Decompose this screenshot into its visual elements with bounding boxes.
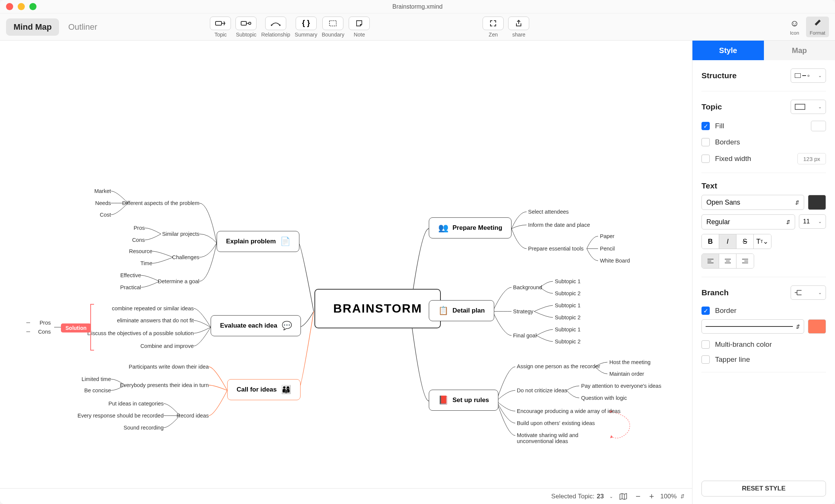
- fixed-width-input[interactable]: [797, 153, 826, 164]
- checkbox-multi-branch[interactable]: [701, 340, 710, 349]
- line-width-select[interactable]: ⇵: [701, 319, 804, 334]
- maximize-icon[interactable]: [29, 3, 36, 10]
- list-item[interactable]: Subtopic 1: [555, 326, 581, 332]
- list-item[interactable]: Resource: [129, 248, 152, 254]
- list-item[interactable]: Participants write down their idea: [129, 364, 209, 370]
- list-item[interactable]: Do not criticize ideas: [517, 387, 567, 393]
- list-item[interactable]: Discuss the objectives of a possible sol…: [87, 330, 194, 336]
- list-item[interactable]: Select attendees: [528, 209, 569, 215]
- canvas[interactable]: BRAINSTORM 👥Prepare Meeting Select atten…: [0, 41, 692, 504]
- node-detail-plan[interactable]: 📋Detail plan: [429, 300, 494, 321]
- list-item[interactable]: Similar projects: [162, 231, 199, 237]
- list-item[interactable]: Limited time: [82, 376, 111, 382]
- list-item[interactable]: Prepare essential tools: [528, 246, 584, 252]
- list-item[interactable]: Subtopic 1: [555, 278, 581, 284]
- list-item[interactable]: Different aspects of the problem: [122, 200, 199, 206]
- branch-style-dropdown[interactable]: ⌄: [791, 285, 826, 300]
- selected-topics[interactable]: Selected Topic: 23 ⌄: [551, 493, 613, 500]
- zoom-out-button[interactable]: −: [633, 492, 643, 501]
- font-family-select[interactable]: Open Sans⇵: [701, 195, 804, 210]
- border-color-swatch[interactable]: [808, 319, 826, 334]
- list-item[interactable]: Pros: [39, 320, 51, 326]
- close-icon[interactable]: [6, 3, 13, 10]
- align-right-button[interactable]: [736, 254, 754, 268]
- tool-subtopic[interactable]: Subtopic: [235, 17, 257, 38]
- tool-share[interactable]: share: [508, 17, 529, 38]
- node-explain-problem[interactable]: Explain problem📄: [217, 231, 299, 252]
- list-item[interactable]: Host the meeting: [609, 359, 651, 365]
- list-item[interactable]: Background: [513, 284, 542, 290]
- zoom-in-button[interactable]: +: [647, 492, 657, 501]
- node-call-for-ideas[interactable]: Call for ideas👨‍👩‍👦: [227, 379, 301, 400]
- tool-note[interactable]: Note: [349, 17, 370, 38]
- list-item[interactable]: White Board: [600, 258, 630, 264]
- list-item[interactable]: Time: [140, 260, 152, 266]
- tab-map[interactable]: Map: [764, 41, 835, 60]
- bold-button[interactable]: B: [702, 234, 719, 249]
- font-size-select[interactable]: 11⌄: [799, 214, 826, 229]
- list-item[interactable]: Pencil: [600, 246, 615, 252]
- font-weight-select[interactable]: Regular⇵: [701, 214, 795, 229]
- tool-format[interactable]: Format: [806, 17, 829, 37]
- list-item[interactable]: Question with logic: [581, 395, 627, 401]
- list-item[interactable]: Strategy: [513, 308, 533, 314]
- text-color-swatch[interactable]: [808, 195, 826, 210]
- tool-relationship[interactable]: Relationship: [261, 17, 290, 38]
- align-center-button[interactable]: [719, 254, 736, 268]
- align-left-button[interactable]: [702, 254, 719, 268]
- list-item[interactable]: Maintain order: [609, 371, 644, 377]
- strike-button[interactable]: S: [736, 234, 754, 249]
- text-case-button[interactable]: TT ⌄: [754, 234, 771, 249]
- list-item[interactable]: Effective: [120, 272, 141, 278]
- node-central[interactable]: BRAINSTORM: [314, 289, 441, 328]
- tool-topic[interactable]: Topic: [210, 17, 231, 38]
- node-set-up-rules[interactable]: 📕Set up rules: [429, 390, 498, 411]
- checkbox-fill[interactable]: ✓: [701, 122, 710, 130]
- fill-color-swatch[interactable]: [811, 121, 826, 131]
- list-item[interactable]: Assign one person as the recorder: [517, 363, 600, 369]
- tag-solution[interactable]: Solution: [61, 323, 91, 332]
- list-item[interactable]: Subtopic 2: [555, 290, 581, 296]
- list-item[interactable]: Needs: [95, 200, 111, 206]
- list-item[interactable]: Every response should be recorded: [77, 413, 164, 419]
- list-item[interactable]: Pros: [134, 225, 145, 231]
- list-item[interactable]: Paper: [600, 233, 615, 239]
- structure-dropdown[interactable]: ⌄: [791, 68, 826, 83]
- list-item[interactable]: Record ideas: [177, 413, 209, 419]
- list-item[interactable]: Combine and improve: [140, 343, 194, 349]
- list-item[interactable]: Everybody presents their idea in turn: [120, 382, 209, 388]
- node-evaluate[interactable]: Evaluate each idea💬: [211, 315, 301, 336]
- list-item[interactable]: Encourage producing a wide array of idea…: [517, 408, 621, 414]
- list-item[interactable]: Subtopic 2: [555, 314, 581, 320]
- checkbox-border[interactable]: ✓: [701, 307, 710, 315]
- list-item[interactable]: Cost: [100, 212, 111, 218]
- italic-button[interactable]: I: [719, 234, 736, 249]
- checkbox-fixed-width[interactable]: [701, 155, 710, 163]
- zoom-level[interactable]: 100%: [660, 493, 677, 500]
- tool-summary[interactable]: { }Summary: [295, 17, 317, 38]
- list-item[interactable]: Cons: [38, 329, 51, 335]
- topic-shape-dropdown[interactable]: ⌄: [791, 100, 826, 114]
- node-prepare-meeting[interactable]: 👥Prepare Meeting: [429, 217, 512, 238]
- list-item[interactable]: Inform the date and place: [528, 222, 590, 228]
- reset-style-button[interactable]: RESET STYLE: [701, 481, 826, 496]
- list-item[interactable]: Cons: [132, 237, 145, 243]
- list-item[interactable]: Market: [94, 188, 111, 194]
- list-item[interactable]: Determine a goal: [158, 278, 199, 284]
- list-item[interactable]: Build upon others' existing ideas: [517, 420, 595, 426]
- list-item[interactable]: Be concise: [84, 387, 111, 393]
- list-item[interactable]: combine repeated or similar ideas: [112, 305, 194, 311]
- list-item[interactable]: Pay attention to everyone's ideas: [581, 383, 661, 389]
- list-item[interactable]: Sound recording: [124, 425, 164, 431]
- map-overview-icon[interactable]: [619, 493, 627, 500]
- list-item[interactable]: eliminate answers that do not fit: [117, 317, 194, 323]
- minimize-icon[interactable]: [18, 3, 25, 10]
- list-item[interactable]: Subtopic 2: [555, 339, 581, 345]
- view-outliner[interactable]: Outliner: [61, 18, 105, 36]
- list-item[interactable]: Motivate sharing wild and unconventional…: [517, 432, 611, 444]
- checkbox-tapper[interactable]: [701, 355, 710, 364]
- tool-boundary[interactable]: Boundary: [322, 17, 344, 38]
- tool-zen[interactable]: Zen: [483, 17, 504, 38]
- list-item[interactable]: Practical: [120, 284, 141, 290]
- tool-icon[interactable]: ☺Icon: [786, 17, 803, 37]
